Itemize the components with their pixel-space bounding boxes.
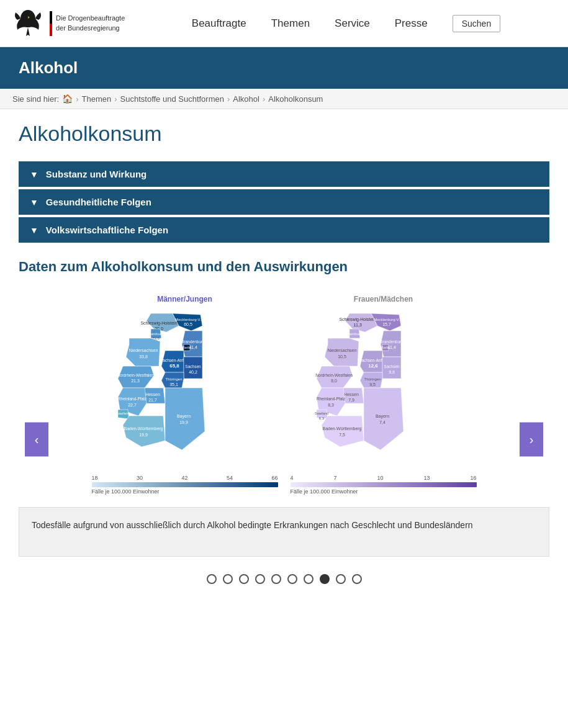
banner-title: Alkohol (19, 58, 78, 77)
caption-box: Todesfälle aufgrund von ausschließlich d… (19, 507, 549, 557)
breadcrumb-prefix: Sie sind hier: (12, 94, 59, 104)
map-left-title: Männer/Jungen (92, 295, 278, 303)
home-icon[interactable]: 🏠 (62, 94, 73, 104)
svg-text:Thüringen: Thüringen (364, 377, 381, 381)
legend-right-num2: 10 (377, 475, 383, 481)
svg-point-1 (25, 11, 31, 17)
legend-right-num1: 7 (333, 475, 336, 481)
svg-text:19,9: 19,9 (179, 420, 188, 425)
carousel-dot-7[interactable] (320, 574, 330, 584)
breadcrumb-sep2: › (114, 94, 117, 104)
svg-text:60,5: 60,5 (184, 322, 192, 326)
carousel-dot-2[interactable] (239, 574, 249, 584)
carousel: ‹ › Männer/Jungen (19, 289, 549, 590)
legend-right-num0: 4 (291, 475, 294, 481)
breadcrumb-themen[interactable]: Themen (82, 94, 112, 104)
legend-right-num4: 16 (470, 475, 476, 481)
svg-text:Brandenburg: Brandenburg (181, 339, 205, 344)
svg-text:Sachsen: Sachsen (384, 364, 400, 369)
nav-beauftragte[interactable]: Beauftragte (192, 17, 246, 30)
breadcrumb-sep4: › (263, 94, 265, 104)
svg-text:35,1: 35,1 (169, 382, 178, 387)
svg-text:Baden-Württemberg: Baden-Württemberg (322, 426, 361, 431)
svg-text:Bayern: Bayern (176, 414, 190, 419)
svg-text:21,3: 21,3 (131, 379, 140, 383)
chevron-icon-2: ▼ (30, 225, 38, 235)
map-panel-left: Männer/Jungen Schleswig-Holstein (92, 295, 278, 495)
svg-text:Nordrhein-Westfalen: Nordrhein-Westfalen (117, 373, 154, 377)
carousel-prev-button[interactable]: ‹ (25, 422, 48, 456)
svg-text:19,9: 19,9 (139, 433, 148, 437)
legend-left-num4: 66 (271, 475, 277, 481)
carousel-dot-4[interactable] (271, 574, 281, 584)
svg-text:7,5: 7,5 (339, 433, 345, 437)
carousel-dot-6[interactable] (304, 574, 313, 584)
breadcrumb: Sie sind hier: 🏠 › Themen › Suchtstoffe … (0, 89, 568, 109)
svg-text:6,3: 6,3 (318, 416, 324, 420)
logo-area: Die Drogenbeauftragte der Bundesregierun… (12, 6, 137, 40)
carousel-dot-9[interactable] (352, 574, 362, 584)
logo-line2: der Bundesregierung (56, 24, 125, 33)
accordion-label-2: Volkswirtschaftliche Folgen (46, 225, 168, 235)
map-right-legend-label: Fälle je 100.000 Einwohner (291, 488, 477, 495)
map-right-legend-nums: 4 7 10 13 16 (291, 475, 477, 481)
legend-left-num1: 30 (137, 475, 143, 481)
breadcrumb-sep1: › (76, 94, 78, 104)
logo-text-content: Die Drogenbeauftragte der Bundesregierun… (56, 14, 125, 33)
legend-right-num3: 13 (423, 475, 430, 481)
page-title: Alkoholkonsum (19, 122, 549, 146)
nav-service[interactable]: Service (335, 17, 370, 30)
map-right-svg: Schleswig-Holstein 11,3 Mecklenburg-V. 1… (291, 307, 477, 471)
svg-text:Saarland: Saarland (115, 411, 129, 415)
svg-text:Thüringen: Thüringen (165, 377, 182, 381)
svg-text:Schleswig-Holstein: Schleswig-Holstein (140, 321, 177, 326)
nav-themen[interactable]: Themen (271, 17, 310, 30)
accordion-item-1[interactable]: ▼ Gesundheitliche Folgen (19, 189, 549, 215)
svg-text:Berlin: Berlin (182, 346, 191, 349)
accordion-label-1: Gesundheitliche Folgen (46, 197, 151, 207)
carousel-dot-8[interactable] (336, 574, 346, 584)
svg-text:Rheinland-Pfalz: Rheinland-Pfalz (118, 397, 147, 401)
main-content: Alkoholkonsum ▼ Substanz und Wirkung ▼ G… (0, 109, 568, 603)
carousel-dot-1[interactable] (223, 574, 233, 584)
section-heading: Daten zum Alkoholkonsum und den Auswirku… (19, 258, 549, 276)
search-button[interactable]: Suchen (453, 15, 500, 32)
carousel-next-button[interactable]: › (520, 422, 543, 456)
accordion-item-0[interactable]: ▼ Substanz und Wirkung (19, 161, 549, 187)
breadcrumb-alkohol[interactable]: Alkohol (233, 94, 259, 104)
svg-text:Mecklenburg-V.: Mecklenburg-V. (374, 318, 400, 321)
svg-text:40,2: 40,2 (189, 370, 197, 374)
carousel-dot-5[interactable] (287, 574, 297, 584)
svg-text:11,3: 11,3 (353, 323, 362, 327)
legend-left-bar (92, 482, 278, 487)
svg-text:Hamburg: Hamburg (346, 332, 362, 336)
accordion: ▼ Substanz und Wirkung ▼ Gesundheitliche… (19, 161, 549, 243)
site-header: Die Drogenbeauftragte der Bundesregierun… (0, 0, 568, 47)
legend-left-num0: 18 (92, 475, 98, 481)
svg-text:10,5: 10,5 (338, 354, 346, 359)
svg-text:Berlin: Berlin (381, 346, 389, 349)
logo-bar-decoration (50, 11, 52, 36)
svg-text:65,8: 65,8 (169, 363, 179, 369)
svg-text:Baden-Württemberg: Baden-Württemberg (124, 426, 163, 431)
maps-area: Männer/Jungen Schleswig-Holstein (19, 289, 549, 501)
svg-text:Sachsen: Sachsen (185, 364, 201, 369)
carousel-dot-0[interactable] (207, 574, 217, 584)
carousel-dot-3[interactable] (255, 574, 265, 584)
svg-text:33,8: 33,8 (139, 354, 148, 359)
nav-presse[interactable]: Presse (395, 17, 428, 30)
svg-text:Niedersachsen: Niedersachsen (327, 348, 356, 353)
accordion-label-0: Substanz und Wirkung (46, 169, 147, 179)
svg-text:Nordrhein-Westfalen: Nordrhein-Westfalen (315, 373, 353, 377)
breadcrumb-current: Alkoholkonsum (268, 94, 323, 104)
map-left-svg: Schleswig-Holstein 30,0 Mecklenburg-V. 6… (92, 307, 278, 471)
svg-text:Hamburg: Hamburg (148, 332, 163, 336)
legend-right-bar (291, 482, 477, 487)
svg-text:7,9: 7,9 (348, 398, 354, 402)
accordion-item-2[interactable]: ▼ Volkswirtschaftliche Folgen (19, 217, 549, 243)
legend-left-num2: 42 (181, 475, 187, 481)
svg-text:Hessen: Hessen (344, 392, 359, 397)
breadcrumb-suchtstoffe[interactable]: Suchtstoffe und Suchtformen (120, 94, 224, 104)
svg-text:9,8: 9,8 (389, 370, 395, 374)
svg-text:22,7: 22,7 (128, 403, 137, 407)
